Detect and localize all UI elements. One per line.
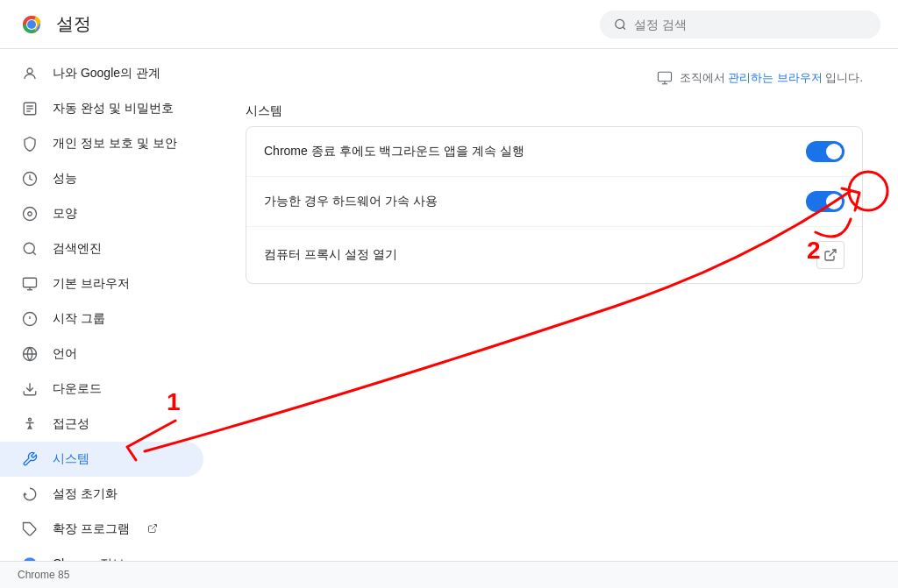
accessibility-icon	[21, 415, 39, 433]
external-icon	[147, 523, 158, 536]
svg-point-12	[24, 208, 37, 221]
sidebar-label-reset: 설정 초기화	[53, 486, 118, 502]
toggle-hardware_accel[interactable]	[806, 191, 845, 212]
setting-control-hardware_accel[interactable]	[806, 191, 845, 212]
settings-card: Chrome 종료 후에도 백그라운드 앱을 계속 실행가능한 경우 하드웨어 …	[246, 126, 863, 284]
setting-text-proxy: 컴퓨터 프록시 설정 열기	[264, 247, 816, 263]
sidebar-label-system: 시스템	[53, 451, 89, 467]
svg-line-5	[623, 26, 625, 29]
setting-row-proxy: 컴퓨터 프록시 설정 열기	[246, 227, 862, 283]
setting-text-background_run: Chrome 종료 후에도 백그라운드 앱을 계속 실행	[264, 144, 806, 159]
search-bar[interactable]	[600, 11, 880, 39]
sidebar-item-system[interactable]: 시스템	[0, 442, 203, 477]
search-icon	[614, 18, 627, 32]
svg-point-4	[616, 19, 624, 28]
sidebar-label-language: 언어	[53, 346, 77, 362]
sidebar-label-privacy: 개인 정보 보호 및 보안	[53, 136, 177, 152]
sidebar-label-performance: 성능	[53, 171, 77, 187]
sidebar-label-extensions: 확장 프로그램	[53, 521, 130, 537]
sidebar-item-startup[interactable]: 시작 그룹	[0, 301, 203, 337]
svg-line-32	[830, 250, 836, 256]
content-area: 조직에서 관리하는 브라우저 입니다. 시스템 Chrome 종료 후에도 백그…	[210, 49, 898, 561]
sidebar-item-extensions[interactable]: 확장 프로그램	[0, 512, 203, 547]
sidebar-item-privacy[interactable]: 개인 정보 보호 및 보안	[0, 126, 203, 161]
sidebar-item-about[interactable]: Chrome 정보	[0, 547, 203, 561]
sidebar-label-autofill: 자동 완성 및 비밀번호	[53, 101, 174, 117]
sidebar-item-accessibility[interactable]: 접근성	[0, 407, 203, 442]
sidebar-label-startup: 시작 그룹	[53, 311, 105, 327]
svg-rect-29	[658, 72, 671, 81]
svg-point-14	[24, 243, 34, 253]
main-layout: 나와 Google의 관계자동 완성 및 비밀번호개인 정보 보호 및 보안성능…	[0, 49, 898, 561]
appearance-icon	[21, 205, 39, 223]
setting-row-hardware_accel: 가능한 경우 하드웨어 가속 사용	[246, 177, 862, 227]
svg-line-15	[32, 251, 35, 254]
setting-control-proxy[interactable]	[816, 241, 845, 269]
browser-icon	[21, 275, 39, 293]
sidebar-label-accessibility: 접근성	[53, 416, 89, 432]
sidebar-label-appearance: 모양	[53, 206, 77, 222]
svg-point-13	[28, 212, 32, 216]
sidebar-item-language[interactable]: 언어	[0, 337, 203, 372]
setting-text-hardware_accel: 가능한 경우 하드웨어 가속 사용	[264, 194, 806, 209]
svg-rect-16	[24, 278, 37, 287]
svg-point-3	[27, 20, 36, 29]
sidebar-item-appearance[interactable]: 모양	[0, 196, 203, 231]
sidebar-label-browser: 기본 브라우저	[53, 276, 130, 292]
managed-text: 조직에서 관리하는 브라우저 입니다.	[680, 70, 864, 86]
sidebar-item-search[interactable]: 검색엔진	[0, 231, 203, 266]
sidebar-item-google[interactable]: 나와 Google의 관계	[0, 56, 203, 91]
extensions-icon	[21, 521, 39, 538]
google-icon	[21, 65, 39, 82]
language-icon	[21, 345, 39, 363]
section-title: 시스템	[246, 103, 863, 119]
system-icon	[21, 450, 39, 468]
sidebar: 나와 Google의 관계자동 완성 및 비밀번호개인 정보 보호 및 보안성능…	[0, 49, 210, 561]
toggle-background_run[interactable]	[806, 141, 845, 162]
chrome-logo-icon	[18, 11, 46, 39]
autofill-icon	[21, 100, 39, 117]
performance-icon	[21, 170, 39, 188]
external-link-button[interactable]	[816, 241, 845, 269]
sidebar-item-performance[interactable]: 성능	[0, 161, 203, 196]
svg-line-25	[152, 524, 157, 529]
sidebar-item-autofill[interactable]: 자동 완성 및 비밀번호	[0, 91, 203, 126]
footer: Chrome 85	[0, 561, 898, 588]
sidebar-item-reset[interactable]: 설정 초기화	[0, 477, 203, 512]
reset-icon	[21, 485, 39, 503]
sidebar-item-downloads[interactable]: 다운로드	[0, 372, 203, 407]
setting-control-background_run[interactable]	[806, 141, 845, 162]
svg-point-23	[29, 418, 32, 421]
downloads-icon	[21, 380, 39, 398]
setting-row-background_run: Chrome 종료 후에도 백그라운드 앱을 계속 실행	[246, 127, 862, 177]
search-input[interactable]	[634, 18, 866, 32]
managed-link[interactable]: 관리하는 브라우저	[728, 71, 823, 84]
header-logo: 설정	[18, 11, 91, 39]
sidebar-item-browser[interactable]: 기본 브라우저	[0, 266, 203, 301]
privacy-icon	[21, 135, 39, 152]
svg-point-6	[27, 68, 32, 74]
startup-icon	[21, 310, 39, 328]
sidebar-label-search: 검색엔진	[53, 241, 102, 257]
page-title: 설정	[56, 12, 91, 36]
sidebar-label-downloads: 다운로드	[53, 381, 102, 397]
managed-icon	[657, 70, 673, 86]
search-icon	[21, 240, 39, 258]
header: 설정	[0, 0, 898, 49]
footer-text: Chrome 85	[18, 569, 69, 581]
sidebar-label-google: 나와 Google의 관계	[53, 66, 160, 81]
managed-banner: 조직에서 관리하는 브라우저 입니다.	[246, 70, 863, 86]
